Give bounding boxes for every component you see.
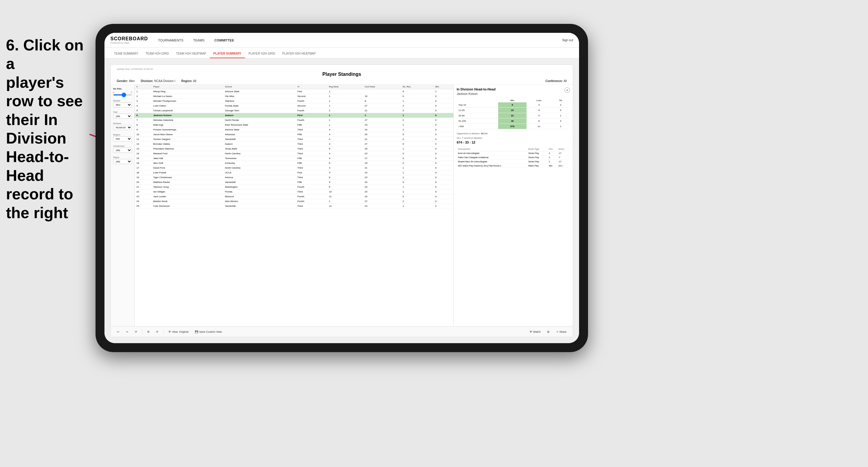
row-win: 0 <box>433 137 454 142</box>
division-select[interactable]: NCAA Division I <box>113 125 132 130</box>
table-row[interactable]: 20 Matthew Riedel Vanderbilt Fifth 9 24 … <box>135 180 454 185</box>
col-player: Player <box>152 85 223 89</box>
row-conf: 27 <box>363 199 401 204</box>
conference-select[interactable]: (All) <box>113 148 132 153</box>
h2h-loss-val: 11 <box>527 124 552 129</box>
table-row[interactable]: 1 Wenyi Ding Arizona State First 1 6 1 <box>135 89 454 94</box>
row-rds: 2 <box>401 175 433 180</box>
table-row[interactable]: 24 Bastien Amat New Mexico Fourth 1 27 2… <box>135 199 454 204</box>
table-row[interactable]: 14 Maxwell Ford North Carolina Third 4 2… <box>135 151 454 156</box>
row-yr: Third <box>296 151 327 156</box>
row-rds: 2 <box>401 108 433 113</box>
row-reg: 4 <box>327 137 363 142</box>
h2h-row: 11-25 20 9 5 <box>457 108 570 113</box>
table-row[interactable]: 7 Nicholas Gabrelcik North Florida Fourt… <box>135 118 454 123</box>
row-conf: 19 <box>363 161 401 166</box>
tab-team-h2h-grid[interactable]: TEAM H2H GRID <box>142 50 173 58</box>
row-player: Mats Ege <box>152 123 223 127</box>
row-school: Tennessee <box>223 156 296 161</box>
save-custom-btn[interactable]: 💾 Save Custom View <box>193 330 223 334</box>
tab-team-summary[interactable]: TEAM SUMMARY <box>111 50 142 58</box>
row-player: Luke Powell <box>152 170 223 175</box>
view-original-btn[interactable]: 👁 View: Original <box>166 330 190 334</box>
row-rds: 2 <box>401 103 433 108</box>
row-yr: Fifth <box>296 161 327 166</box>
table-row[interactable]: 25 Cole Sherwood Vanderbilt Third 12 23 … <box>135 204 454 209</box>
row-yr: Third <box>296 166 327 170</box>
layout-btn[interactable]: ⊞ <box>545 330 551 334</box>
table-row[interactable]: 21 Taehoon Song Washington Fourth 6 23 1… <box>135 185 454 189</box>
row-conf: 27 <box>363 142 401 147</box>
h2h-opponents-pct: 98.1% <box>481 132 488 135</box>
col-school: School <box>223 85 296 89</box>
table-row[interactable]: 9 Preston Summerhays Arizona State Third… <box>135 127 454 132</box>
row-conf: 21 <box>363 137 401 142</box>
table-row[interactable]: 15 Jake Hall Tennessee Fifth 4 27 0 0 <box>135 156 454 161</box>
nav-tournaments[interactable]: TOURNAMENTS <box>157 38 185 43</box>
tab-team-h2h-heatmap[interactable]: TEAM H2H HEATMAP <box>173 50 210 58</box>
table-row[interactable]: 23 Jack Lundin Missouri Fourth 11 24 0 0 <box>135 194 454 199</box>
refresh-btn[interactable]: ⟳ <box>154 330 160 334</box>
filter-region: Region N/A <box>113 134 132 142</box>
table-row[interactable]: 8 Mats Ege East Tennessee State Fifth 1 … <box>135 123 454 127</box>
row-conf: 24 <box>363 180 401 185</box>
redo-btn[interactable]: ↪ <box>124 330 130 334</box>
row-win: 0 <box>433 194 454 199</box>
nav-teams[interactable]: TEAMS <box>192 38 206 43</box>
year-select[interactable]: (All) <box>113 114 132 119</box>
gender-filter-label: Gender <box>113 100 132 102</box>
h2h-tie-val: 1 <box>551 113 570 119</box>
gender-select[interactable]: Men <box>113 102 132 107</box>
player-select[interactable]: (All) <box>113 159 132 164</box>
table-row[interactable]: 3 Michael Thorbjornsen Stanford Fourth 1… <box>135 99 454 103</box>
h2h-tie-val: 5 <box>551 108 570 113</box>
row-yr: Fourth <box>296 194 327 199</box>
tourney-type: Match Play <box>527 164 548 168</box>
row-rds: 0 <box>401 142 433 147</box>
tourney-pos: 2 <box>548 155 557 160</box>
table-row[interactable]: 12 Brendan Valdes Auburn Third 4 27 0 0 <box>135 142 454 147</box>
table-row[interactable]: 6 Jackson Koivun Auburn First 1 1 1 0 <box>135 113 454 118</box>
table-row[interactable]: 13 Phichaksn Maichon Texas A&M Third 6 3… <box>135 147 454 151</box>
table-row[interactable]: 18 Luke Powell UCLA First 3 24 1 0 <box>135 170 454 175</box>
table-row[interactable]: 4 Luke Claton Florida State Second 1 27 … <box>135 103 454 108</box>
row-player: Luke Claton <box>152 103 223 108</box>
h2h-stats: Opponents in division: 98.1% <box>457 132 570 135</box>
row-rds: 2 <box>401 127 433 132</box>
filter-gender: Gender Men <box>113 100 132 107</box>
table-row[interactable]: 2 Michael La Sasso Ole Miss Second 1 19 … <box>135 94 454 99</box>
row-rds: 2 <box>401 123 433 127</box>
rds-slider[interactable] <box>113 94 132 95</box>
row-num: 5 <box>135 108 152 113</box>
undo-btn[interactable]: ↩ <box>115 330 121 334</box>
update-time: Update time: 27/03/2024 16:56:26 <box>117 68 567 70</box>
row-num: 1 <box>135 89 152 94</box>
h2h-win-val: 8 <box>498 102 527 108</box>
tab-player-h2h-grid[interactable]: PLAYER H2H GRID <box>245 50 279 58</box>
tab-player-summary[interactable]: PLAYER SUMMARY <box>210 50 245 58</box>
settings-btn[interactable]: ⚙ <box>145 330 151 334</box>
h2h-close-button[interactable]: ✕ <box>564 87 570 93</box>
table-row[interactable]: 10 Jacob Mau Obese Arkansas Fifth 4 25 0… <box>135 132 454 137</box>
table-row[interactable]: 5 Christo Lamprecht Georgia Tech Fourth … <box>135 108 454 113</box>
tab-player-h2h-heatmap[interactable]: PLAYER H2H HEATMAP <box>279 50 319 58</box>
row-conf: 30 <box>363 147 401 151</box>
table-row[interactable]: 16 Alex Goff Kentucky Fifth 8 19 0 0 <box>135 161 454 166</box>
dashboard: Update time: 27/03/2024 16:56:26 Player … <box>111 64 573 337</box>
table-row[interactable]: 11 Gordon Sargent Vanderbilt Third 4 21 … <box>135 137 454 142</box>
table-row[interactable]: 17 David Ford North Carolina Third 4 21 … <box>135 166 454 170</box>
redo2-btn[interactable]: ⟳ <box>133 330 139 334</box>
sign-out-link[interactable]: Sign out <box>562 38 573 42</box>
watch-btn[interactable]: 👁 Watch <box>528 330 542 334</box>
row-reg: 1 <box>327 113 363 118</box>
row-num: 2 <box>135 94 152 99</box>
row-player: Jake Hall <box>152 156 223 161</box>
region-select[interactable]: N/A <box>113 136 132 142</box>
share-btn[interactable]: ↗ Share <box>554 330 568 334</box>
row-player: Nicholas Gabrelcik <box>152 118 223 123</box>
region-filter-label: Region <box>113 134 132 136</box>
table-row[interactable]: 22 Ian Gilligan Florida Third 10 24 1 0 <box>135 189 454 194</box>
table-row[interactable]: 19 Tiger Christensen Arizona Third 8 23 … <box>135 175 454 180</box>
nav-committee[interactable]: COMMITTEE <box>213 38 235 43</box>
row-rds: 0 <box>401 132 433 137</box>
